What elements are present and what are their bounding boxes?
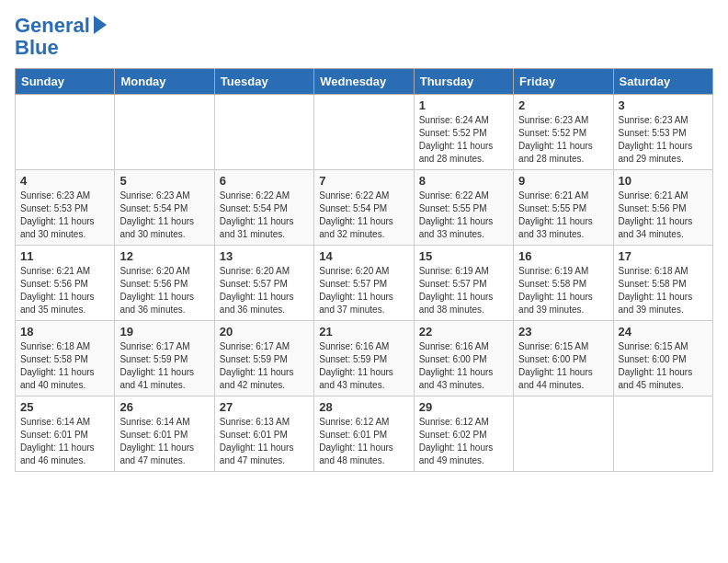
calendar-cell: 2Sunrise: 6:23 AM Sunset: 5:52 PM Daylig… [514,95,613,170]
day-number: 1 [419,98,508,112]
calendar-cell: 28Sunrise: 6:12 AM Sunset: 6:01 PM Dayli… [314,396,414,472]
calendar-cell [514,396,613,472]
calendar-week-row: 11Sunrise: 6:21 AM Sunset: 5:56 PM Dayli… [16,246,713,321]
calendar-week-row: 18Sunrise: 6:18 AM Sunset: 5:58 PM Dayli… [16,321,713,396]
day-number: 20 [220,325,309,339]
calendar-cell: 19Sunrise: 6:17 AM Sunset: 5:59 PM Dayli… [115,321,214,396]
calendar-cell: 20Sunrise: 6:17 AM Sunset: 5:59 PM Dayli… [214,321,313,396]
day-info: Sunrise: 6:16 AM Sunset: 5:59 PM Dayligh… [319,340,408,392]
day-number: 24 [619,325,708,339]
day-info: Sunrise: 6:17 AM Sunset: 5:59 PM Dayligh… [119,340,209,392]
day-info: Sunrise: 6:21 AM Sunset: 5:56 PM Dayligh… [619,190,708,241]
day-info: Sunrise: 6:15 AM Sunset: 6:00 PM Dayligh… [518,340,608,392]
day-number: 9 [518,174,608,188]
day-number: 13 [220,249,309,263]
calendar-cell: 18Sunrise: 6:18 AM Sunset: 5:58 PM Dayli… [16,321,115,396]
day-info: Sunrise: 6:22 AM Sunset: 5:54 PM Dayligh… [220,190,309,241]
col-header-friday: Friday [514,69,613,95]
day-number: 14 [319,249,408,263]
day-number: 6 [220,174,309,188]
calendar-cell: 26Sunrise: 6:14 AM Sunset: 6:01 PM Dayli… [115,396,214,472]
day-number: 27 [220,400,309,414]
day-number: 3 [619,98,708,112]
calendar-cell: 24Sunrise: 6:15 AM Sunset: 6:00 PM Dayli… [613,321,712,396]
day-number: 10 [619,174,708,188]
day-number: 22 [419,325,508,339]
day-info: Sunrise: 6:12 AM Sunset: 6:01 PM Dayligh… [319,416,408,467]
day-info: Sunrise: 6:20 AM Sunset: 5:57 PM Dayligh… [319,265,408,316]
calendar-cell: 4Sunrise: 6:23 AM Sunset: 5:53 PM Daylig… [16,170,115,246]
day-number: 23 [518,325,608,339]
calendar-cell: 6Sunrise: 6:22 AM Sunset: 5:54 PM Daylig… [214,170,313,246]
calendar-cell: 21Sunrise: 6:16 AM Sunset: 5:59 PM Dayli… [314,321,414,396]
day-number: 2 [518,98,608,112]
day-info: Sunrise: 6:15 AM Sunset: 6:00 PM Dayligh… [619,340,708,392]
day-info: Sunrise: 6:21 AM Sunset: 5:55 PM Dayligh… [518,190,608,241]
day-number: 18 [20,325,109,339]
day-number: 5 [119,174,209,188]
calendar-week-row: 4Sunrise: 6:23 AM Sunset: 5:53 PM Daylig… [16,170,713,246]
day-info: Sunrise: 6:20 AM Sunset: 5:57 PM Dayligh… [220,265,309,316]
day-info: Sunrise: 6:23 AM Sunset: 5:54 PM Dayligh… [119,190,209,241]
calendar-cell: 7Sunrise: 6:22 AM Sunset: 5:54 PM Daylig… [314,170,414,246]
calendar-cell: 14Sunrise: 6:20 AM Sunset: 5:57 PM Dayli… [314,246,414,321]
day-info: Sunrise: 6:23 AM Sunset: 5:53 PM Dayligh… [619,114,708,166]
logo-text-blue: Blue [15,36,59,59]
calendar-cell: 8Sunrise: 6:22 AM Sunset: 5:55 PM Daylig… [414,170,513,246]
day-number: 26 [119,400,209,414]
calendar-cell: 22Sunrise: 6:16 AM Sunset: 6:00 PM Dayli… [414,321,513,396]
day-info: Sunrise: 6:12 AM Sunset: 6:02 PM Dayligh… [419,416,508,467]
day-info: Sunrise: 6:18 AM Sunset: 5:58 PM Dayligh… [619,265,708,316]
calendar-cell [16,95,115,170]
col-header-monday: Monday [115,69,214,95]
day-info: Sunrise: 6:13 AM Sunset: 6:01 PM Dayligh… [220,416,309,467]
day-info: Sunrise: 6:21 AM Sunset: 5:56 PM Dayligh… [20,265,109,316]
calendar-cell: 5Sunrise: 6:23 AM Sunset: 5:54 PM Daylig… [115,170,214,246]
calendar-cell: 12Sunrise: 6:20 AM Sunset: 5:56 PM Dayli… [115,246,214,321]
calendar-cell [214,95,313,170]
calendar-cell: 9Sunrise: 6:21 AM Sunset: 5:55 PM Daylig… [514,170,613,246]
calendar-cell: 23Sunrise: 6:15 AM Sunset: 6:00 PM Dayli… [514,321,613,396]
day-info: Sunrise: 6:19 AM Sunset: 5:58 PM Dayligh… [518,265,608,316]
day-info: Sunrise: 6:23 AM Sunset: 5:53 PM Dayligh… [20,190,109,241]
day-number: 17 [619,249,708,263]
calendar-cell: 13Sunrise: 6:20 AM Sunset: 5:57 PM Dayli… [214,246,313,321]
col-header-saturday: Saturday [613,69,712,95]
col-header-thursday: Thursday [414,69,513,95]
day-info: Sunrise: 6:17 AM Sunset: 5:59 PM Dayligh… [220,340,309,392]
calendar-cell: 25Sunrise: 6:14 AM Sunset: 6:01 PM Dayli… [16,396,115,472]
calendar-cell: 27Sunrise: 6:13 AM Sunset: 6:01 PM Dayli… [214,396,313,472]
day-number: 15 [419,249,508,263]
calendar-week-row: 1Sunrise: 6:24 AM Sunset: 5:52 PM Daylig… [16,95,713,170]
day-info: Sunrise: 6:16 AM Sunset: 6:00 PM Dayligh… [419,340,508,392]
day-number: 28 [319,400,408,414]
calendar-table: SundayMondayTuesdayWednesdayThursdayFrid… [15,68,713,472]
calendar-cell: 1Sunrise: 6:24 AM Sunset: 5:52 PM Daylig… [414,95,513,170]
day-number: 19 [119,325,209,339]
day-number: 16 [518,249,608,263]
logo: General Blue [15,15,107,59]
calendar-header-row: SundayMondayTuesdayWednesdayThursdayFrid… [16,69,713,95]
day-info: Sunrise: 6:14 AM Sunset: 6:01 PM Dayligh… [119,416,209,467]
calendar-cell: 10Sunrise: 6:21 AM Sunset: 5:56 PM Dayli… [613,170,712,246]
day-info: Sunrise: 6:18 AM Sunset: 5:58 PM Dayligh… [20,340,109,392]
day-info: Sunrise: 6:14 AM Sunset: 6:01 PM Dayligh… [20,416,109,467]
col-header-sunday: Sunday [16,69,115,95]
day-info: Sunrise: 6:19 AM Sunset: 5:57 PM Dayligh… [419,265,508,316]
day-info: Sunrise: 6:24 AM Sunset: 5:52 PM Dayligh… [419,114,508,166]
day-info: Sunrise: 6:23 AM Sunset: 5:52 PM Dayligh… [518,114,608,166]
calendar-cell: 3Sunrise: 6:23 AM Sunset: 5:53 PM Daylig… [613,95,712,170]
day-number: 21 [319,325,408,339]
calendar-cell [314,95,414,170]
day-number: 12 [119,249,209,263]
calendar-week-row: 25Sunrise: 6:14 AM Sunset: 6:01 PM Dayli… [16,396,713,472]
calendar-cell: 17Sunrise: 6:18 AM Sunset: 5:58 PM Dayli… [613,246,712,321]
day-info: Sunrise: 6:22 AM Sunset: 5:54 PM Dayligh… [319,190,408,241]
page-header: General Blue [15,15,713,59]
day-number: 4 [20,174,109,188]
logo-text-general: General [15,15,90,37]
calendar-cell: 15Sunrise: 6:19 AM Sunset: 5:57 PM Dayli… [414,246,513,321]
day-info: Sunrise: 6:22 AM Sunset: 5:55 PM Dayligh… [419,190,508,241]
day-number: 11 [20,249,109,263]
calendar-cell [115,95,214,170]
